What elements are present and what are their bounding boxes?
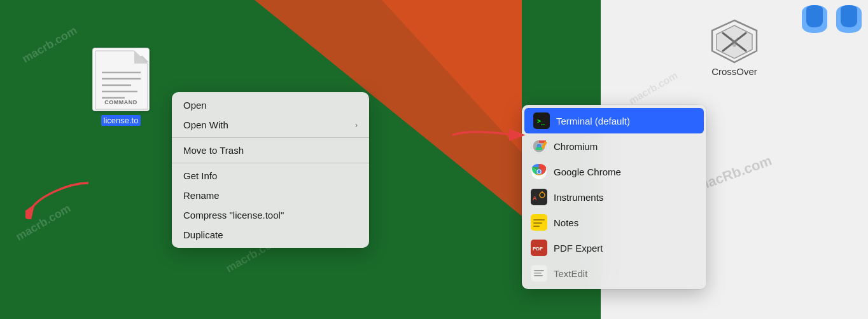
svg-text:PDF: PDF [533, 246, 543, 252]
arrow-right-annotation [445, 124, 528, 146]
crossover-app: CrossOver [709, 19, 760, 77]
sub-menu-item-google-chrome[interactable]: Google Chrome [522, 159, 706, 184]
svg-point-22 [538, 170, 541, 173]
sub-menu-item-terminal[interactable]: >_ Terminal (default) [524, 108, 704, 133]
menu-item-rename[interactable]: Rename [172, 186, 369, 205]
file-label: license.to [101, 115, 141, 126]
svg-rect-36 [534, 275, 543, 276]
context-menu: Open Open With › Move to Trash Get Info … [172, 92, 369, 248]
svg-rect-30 [533, 226, 540, 227]
sub-menu-item-chromium[interactable]: Chromium [522, 133, 706, 159]
textedit-icon [531, 265, 547, 282]
svg-rect-35 [534, 273, 542, 274]
crossover-icon [709, 19, 760, 64]
svg-rect-34 [534, 270, 544, 271]
menu-item-get-info[interactable]: Get Info [172, 166, 369, 186]
sub-menu-item-pdf-expert[interactable]: PDF PDF Expert [522, 235, 706, 261]
separator-1 [172, 137, 369, 138]
pdf-expert-icon: PDF [531, 240, 547, 256]
open-with-arrow: › [355, 121, 358, 130]
separator-2 [172, 163, 369, 163]
svg-text:>_: >_ [537, 118, 545, 125]
arrow-left-annotation [25, 175, 95, 219]
file-icon: COMMAND [92, 48, 150, 111]
sub-menu-item-notes[interactable]: Notes [522, 210, 706, 235]
terminal-icon: >_ [533, 112, 550, 129]
macrb-watermark-right2: macrb.com [627, 70, 680, 107]
chrome-icon [531, 163, 547, 180]
svg-rect-28 [533, 219, 545, 221]
menu-item-open[interactable]: Open [172, 95, 369, 115]
menu-item-compress[interactable]: Compress "license.tool" [172, 205, 369, 225]
menu-item-move-to-trash[interactable]: Move to Trash [172, 140, 369, 160]
sub-menu-item-instruments[interactable]: A Instruments [522, 184, 706, 210]
instruments-icon: A [531, 189, 547, 205]
top-right-icons [799, 3, 865, 35]
svg-text:A: A [533, 195, 537, 201]
chromium-icon [531, 138, 547, 154]
file-icon-container[interactable]: COMMAND license.to [83, 48, 159, 126]
menu-item-duplicate[interactable]: Duplicate [172, 225, 369, 245]
crossover-label: CrossOver [711, 66, 757, 77]
sub-menu-item-textedit[interactable]: TextEdit [522, 261, 706, 286]
sub-menu: >_ Terminal (default) Chromium [522, 105, 706, 289]
file-command-text: COMMAND [104, 99, 137, 105]
svg-rect-29 [533, 222, 542, 224]
menu-item-open-with[interactable]: Open With › [172, 115, 369, 135]
macrb-watermark-right: MacRb.com [695, 153, 774, 195]
notes-icon [531, 214, 547, 231]
